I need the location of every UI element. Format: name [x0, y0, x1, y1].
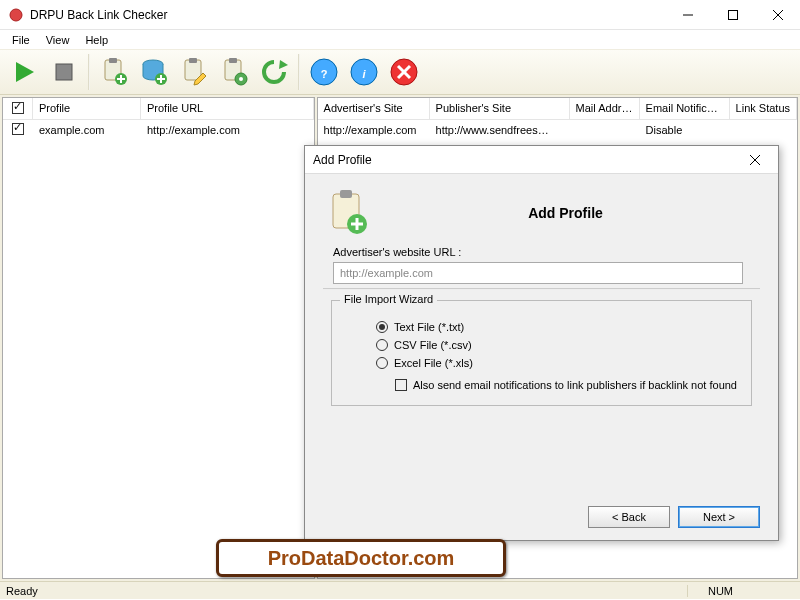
- stop-button[interactable]: [45, 53, 83, 91]
- radio-icon: [376, 321, 388, 333]
- toolbar-separator: [298, 54, 300, 90]
- col-link-status[interactable]: Link Status: [730, 98, 797, 119]
- svg-rect-17: [189, 58, 197, 63]
- radio-text-file[interactable]: Text File (*.txt): [376, 321, 737, 333]
- app-icon: [8, 7, 24, 23]
- col-mail[interactable]: Mail Address: [570, 98, 640, 119]
- col-notification[interactable]: Email Notification: [640, 98, 730, 119]
- svg-point-0: [10, 9, 22, 21]
- svg-rect-33: [340, 190, 352, 198]
- col-checkbox[interactable]: [3, 98, 33, 119]
- add-profile-button[interactable]: [95, 53, 133, 91]
- statusbar: Ready NUM: [0, 581, 800, 599]
- divider: [323, 288, 760, 290]
- minimize-button[interactable]: [665, 0, 710, 30]
- svg-rect-19: [229, 58, 237, 63]
- col-publisher[interactable]: Publisher's Site: [430, 98, 570, 119]
- svg-marker-22: [279, 60, 288, 69]
- info-button[interactable]: i: [345, 53, 383, 91]
- col-advertiser[interactable]: Advertiser's Site: [318, 98, 430, 119]
- svg-point-21: [239, 77, 243, 81]
- col-profile[interactable]: Profile: [33, 98, 141, 119]
- url-label: Advertiser's website URL :: [333, 246, 760, 258]
- svg-text:?: ?: [321, 68, 328, 80]
- close-button[interactable]: [755, 0, 800, 30]
- edit-profile-button[interactable]: [175, 53, 213, 91]
- profile-grid-header: Profile Profile URL: [3, 98, 314, 120]
- settings-profile-button[interactable]: [215, 53, 253, 91]
- watermark-logo: ProDataDoctor.com: [216, 539, 506, 577]
- radio-icon: [376, 357, 388, 369]
- database-button[interactable]: [135, 53, 173, 91]
- cell-profile: example.com: [33, 122, 141, 138]
- play-button[interactable]: [5, 53, 43, 91]
- dialog-titlebar: Add Profile: [305, 146, 778, 174]
- radio-icon: [376, 339, 388, 351]
- row-checkbox[interactable]: [12, 123, 24, 135]
- links-grid-header: Advertiser's Site Publisher's Site Mail …: [318, 98, 797, 120]
- toolbar-separator: [88, 54, 90, 90]
- menu-view[interactable]: View: [38, 32, 78, 48]
- next-button[interactable]: Next >: [678, 506, 760, 528]
- refresh-button[interactable]: [255, 53, 293, 91]
- window-title: DRPU Back Link Checker: [30, 8, 665, 22]
- menubar: File View Help: [0, 30, 800, 50]
- delete-button[interactable]: [385, 53, 423, 91]
- cell-url: http://example.com: [141, 122, 314, 138]
- col-profile-url[interactable]: Profile URL: [141, 98, 314, 119]
- svg-marker-5: [16, 62, 34, 82]
- fieldset-legend: File Import Wizard: [340, 293, 437, 305]
- dialog-title: Add Profile: [313, 153, 740, 167]
- radio-csv-file[interactable]: CSV File (*.csv): [376, 339, 737, 351]
- radio-excel-file[interactable]: Excel File (*.xls): [376, 357, 737, 369]
- status-num: NUM: [687, 585, 753, 597]
- table-row[interactable]: example.com http://example.com: [3, 120, 314, 140]
- back-button[interactable]: < Back: [588, 506, 670, 528]
- checkbox-icon: [395, 379, 407, 391]
- maximize-button[interactable]: [710, 0, 755, 30]
- status-ready: Ready: [6, 585, 687, 597]
- dialog-close-button[interactable]: [740, 148, 770, 172]
- table-row[interactable]: http://example.com http://www.sendfrees……: [318, 120, 797, 140]
- profile-panel: Profile Profile URL example.com http://e…: [2, 97, 315, 579]
- dialog-header: Add Profile: [371, 205, 760, 221]
- checkbox-email-notify[interactable]: Also send email notifications to link pu…: [376, 379, 737, 391]
- file-import-fieldset: File Import Wizard Text File (*.txt) CSV…: [331, 300, 752, 406]
- add-profile-dialog: Add Profile Add Profile Advertiser's web…: [304, 145, 779, 541]
- titlebar: DRPU Back Link Checker: [0, 0, 800, 30]
- svg-rect-2: [728, 10, 737, 19]
- svg-rect-6: [56, 64, 72, 80]
- menu-file[interactable]: File: [4, 32, 38, 48]
- svg-rect-8: [109, 58, 117, 63]
- toolbar: ? i: [0, 50, 800, 95]
- clipboard-add-icon: [323, 188, 371, 238]
- help-button[interactable]: ?: [305, 53, 343, 91]
- menu-help[interactable]: Help: [77, 32, 116, 48]
- advertiser-url-input[interactable]: [333, 262, 743, 284]
